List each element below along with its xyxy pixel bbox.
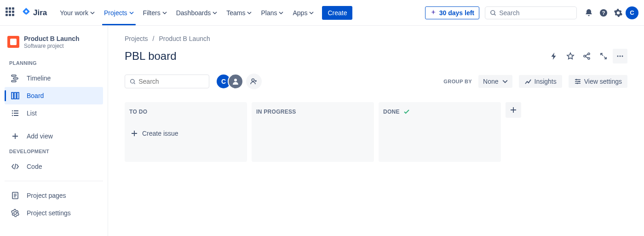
nav-item-plans[interactable]: Plans xyxy=(256,0,288,25)
project-header[interactable]: Product B Launch Software project xyxy=(5,35,103,57)
column-done: DONE xyxy=(379,102,501,162)
automation-button[interactable] xyxy=(546,49,561,63)
nav-item-apps[interactable]: Apps xyxy=(288,0,318,25)
avatar-unassigned[interactable] xyxy=(228,74,243,89)
column-title: DONE xyxy=(383,109,496,115)
nav-item-teams[interactable]: Teams xyxy=(222,0,256,25)
board-icon xyxy=(10,91,20,101)
expand-icon xyxy=(600,52,607,60)
assignee-filter: C xyxy=(216,74,262,89)
insights-label: Insights xyxy=(535,78,557,85)
breadcrumb-current[interactable]: Product B Launch xyxy=(159,35,210,42)
lightning-icon xyxy=(550,52,558,60)
svg-rect-6 xyxy=(12,92,13,99)
global-search[interactable] xyxy=(485,6,577,19)
breadcrumb-separator: / xyxy=(153,35,155,42)
sidebar-divider xyxy=(5,181,103,181)
help-button[interactable]: ? xyxy=(596,6,611,20)
create-issue-label: Create issue xyxy=(142,130,178,137)
svg-rect-3 xyxy=(12,75,16,76)
section-planning: PLANNING xyxy=(5,57,103,69)
sidebar-item-label: List xyxy=(27,109,37,117)
create-issue-button[interactable]: Create issue xyxy=(129,128,242,139)
create-button[interactable]: Create xyxy=(322,6,352,20)
svg-point-27 xyxy=(576,83,578,84)
settings-button[interactable] xyxy=(611,6,626,20)
fullscreen-button[interactable] xyxy=(596,49,611,63)
svg-point-22 xyxy=(131,79,134,83)
help-icon: ? xyxy=(599,8,608,17)
list-icon xyxy=(10,108,20,118)
board-search-input[interactable] xyxy=(138,78,204,85)
global-search-input[interactable] xyxy=(499,9,572,17)
sidebar-item-code[interactable]: Code xyxy=(5,158,103,175)
column-title: TO DO xyxy=(129,109,242,115)
column-title: IN PROGRESS xyxy=(256,109,369,115)
sidebar-item-timeline[interactable]: Timeline xyxy=(5,69,103,87)
view-settings-button[interactable]: View settings xyxy=(569,75,627,88)
svg-point-17 xyxy=(588,53,590,55)
nav-item-your-work[interactable]: Your work xyxy=(55,0,99,25)
breadcrumb-root[interactable]: Projects xyxy=(125,35,148,42)
jira-logo[interactable]: Jira xyxy=(21,8,47,18)
jira-logo-icon xyxy=(21,8,31,18)
notifications-button[interactable] xyxy=(581,6,596,20)
nav-item-projects[interactable]: Projects xyxy=(99,0,138,25)
share-button[interactable] xyxy=(580,49,594,63)
code-icon xyxy=(10,161,20,172)
filter-row: C GROUP BY None Insights View settings xyxy=(125,74,627,89)
more-icon xyxy=(616,52,624,60)
group-by-dropdown[interactable]: None xyxy=(478,75,512,88)
sidebar-item-label: Board xyxy=(27,92,44,99)
sidebar-item-label: Project pages xyxy=(27,192,66,199)
add-person-button[interactable] xyxy=(246,74,262,89)
svg-text:?: ? xyxy=(602,10,605,16)
project-type: Software project xyxy=(24,43,80,49)
page-icon xyxy=(10,190,20,201)
insights-button[interactable]: Insights xyxy=(519,75,562,88)
sidebar-item-board[interactable]: Board xyxy=(5,87,103,104)
sidebar-item-label: Project settings xyxy=(27,209,71,217)
sidebar-item-label: Add view xyxy=(27,132,53,140)
trial-days-button[interactable]: 30 days left xyxy=(425,6,479,19)
plus-icon xyxy=(510,106,517,114)
user-avatar[interactable]: C xyxy=(626,6,638,19)
sidebar-item-label: Timeline xyxy=(27,75,51,82)
chevron-down-icon xyxy=(279,11,283,15)
svg-rect-10 xyxy=(14,110,18,111)
nav-item-dashboards[interactable]: Dashboards xyxy=(172,0,222,25)
sidebar-item-project-settings[interactable]: Project settings xyxy=(5,204,103,222)
svg-point-20 xyxy=(620,56,621,57)
sidebar-item-add-view[interactable]: Add view xyxy=(5,127,103,145)
sparkle-icon xyxy=(430,10,437,16)
group-by-value: None xyxy=(483,78,498,85)
nav-item-label: Plans xyxy=(261,9,277,17)
chevron-down-icon xyxy=(502,79,508,84)
sidebar-item-list[interactable]: List xyxy=(5,104,103,122)
board-search[interactable] xyxy=(125,75,209,88)
nav-item-label: Dashboards xyxy=(176,9,211,17)
column-in-progress: IN PROGRESS xyxy=(252,102,374,162)
chevron-down-icon xyxy=(90,11,95,15)
group-by-label: GROUP BY xyxy=(443,79,472,84)
project-name: Product B Launch xyxy=(24,35,80,43)
person-plus-icon xyxy=(250,77,258,86)
svg-point-24 xyxy=(252,79,254,81)
chevron-down-icon xyxy=(213,11,217,15)
svg-point-21 xyxy=(622,56,623,57)
top-nav: Jira Your work Projects Filters Dashboar… xyxy=(0,0,644,26)
section-development: DEVELOPMENT xyxy=(5,145,103,158)
star-button[interactable] xyxy=(563,49,578,63)
nav-item-filters[interactable]: Filters xyxy=(138,0,172,25)
board-actions xyxy=(546,49,627,63)
more-button[interactable] xyxy=(613,49,627,63)
sidebar-item-project-pages[interactable]: Project pages xyxy=(5,187,103,204)
svg-rect-7 xyxy=(14,92,16,99)
chevron-down-icon xyxy=(247,11,252,15)
app-switcher-icon[interactable] xyxy=(6,7,17,18)
svg-rect-5 xyxy=(12,81,16,82)
nav-item-label: Filters xyxy=(143,9,161,17)
share-icon xyxy=(583,52,591,60)
add-column-button[interactable] xyxy=(506,102,521,118)
breadcrumb: Projects / Product B Launch xyxy=(125,35,627,42)
